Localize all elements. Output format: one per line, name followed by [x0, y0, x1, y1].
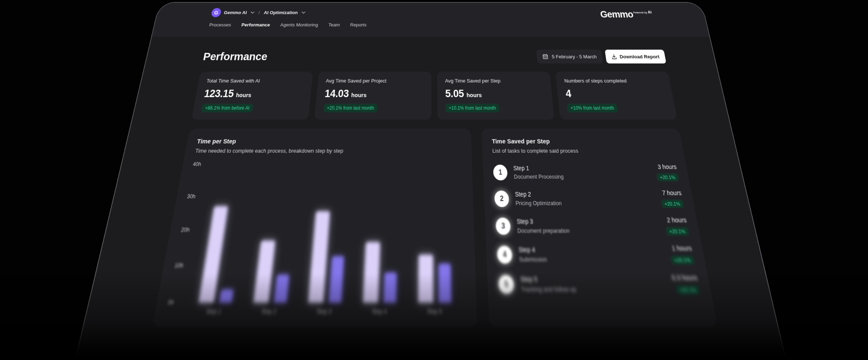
time-per-step-chart-card: Time per Step Time needed to complete ea…: [152, 129, 477, 327]
main-nav: Processes Performance Agents Monitoring …: [209, 22, 655, 27]
steps-list: 1 Step 1 Document Processing 3 hours +20…: [493, 163, 701, 295]
step-title: Step 5: [520, 275, 666, 283]
x-tick-label: Step 5: [414, 308, 455, 315]
step-hours: 7 hours: [659, 189, 682, 196]
stat-unit: hours: [467, 92, 482, 98]
y-tick-label: 0h: [167, 299, 174, 306]
bar-dark: [274, 274, 289, 303]
y-tick-label: 40h: [193, 161, 202, 167]
bar-light: [253, 240, 275, 302]
step-list-item: 1 Step 1 Document Processing 3 hours +20…: [493, 163, 679, 181]
date-range-label: 5 February - 5 March: [552, 54, 597, 59]
nav-item-performance[interactable]: Performance: [241, 22, 270, 27]
mockup-stage: G Gemmo AI / AI Optimization Processes P…: [0, 0, 868, 360]
steps-card-title: Time Saved per Step: [492, 138, 672, 145]
stat-unit: hours: [236, 92, 252, 98]
step-hours: 2 hours: [664, 216, 687, 224]
stats-row: Total Time Saved with AI 123.15 hours +8…: [191, 72, 677, 120]
x-tick-label: Step 1: [192, 308, 235, 315]
stat-card-steps-completed: Numbers of steps completed 4 +10% from l…: [555, 72, 677, 120]
stat-value: 14.03: [324, 88, 349, 100]
bar-dark: [384, 272, 397, 302]
stat-card-total-time-saved: Total Time Saved with AI 123.15 hours +8…: [191, 72, 313, 120]
time-saved-per-step-card: Time Saved per Step List of tasks to com…: [481, 129, 718, 327]
stat-card-avg-per-step: Avg Time Saved per Step 5.05 hours +10.1…: [437, 72, 554, 120]
date-range-picker[interactable]: 5 February - 5 March: [536, 50, 603, 63]
chart-plot-area: [191, 164, 465, 303]
nav-item-team[interactable]: Team: [328, 22, 340, 27]
stat-value: 5.05: [445, 88, 464, 100]
calendar-icon: [542, 54, 548, 59]
main-content: Performance: [83, 50, 778, 327]
stat-change-badge: +86.1% from before AI: [201, 104, 254, 113]
bar-dark: [219, 289, 233, 303]
step-change-badge: +20.1%: [660, 200, 684, 208]
wordmark-text: Gemmo: [599, 10, 634, 19]
download-report-label: Download Report: [619, 54, 660, 59]
steps-card-subtitle: List of tasks to complete said process: [492, 148, 674, 154]
step-change-badge: +20.1%: [670, 255, 695, 264]
y-tick-label: 20h: [180, 227, 190, 233]
x-tick-label: Step 4: [358, 308, 400, 315]
stat-title: Avg Time Saved per Step: [445, 78, 543, 84]
x-tick-label: Step 2: [248, 308, 290, 315]
nav-item-processes[interactable]: Processes: [209, 22, 232, 27]
project-switcher[interactable]: AI Optimization: [263, 10, 298, 15]
nav-item-agents-monitoring[interactable]: Agents Monitoring: [280, 22, 318, 27]
step-hours: 0.3 hours: [671, 273, 698, 282]
stat-value: 123.15: [203, 88, 235, 100]
bar-dark: [438, 264, 451, 303]
step-number-badge: 5: [498, 275, 514, 293]
step-description: Document preparation: [517, 227, 660, 234]
step-list-item: 3 Step 3 Document preparation 2 hours +2…: [495, 216, 689, 235]
bar-chart: 40h30h20h10h0h Step 1Step 2Step 3Step 4S…: [165, 164, 466, 315]
step-description: Submission: [519, 255, 665, 263]
step-change-badge: +20.1%: [656, 173, 679, 181]
step-title: Step 1: [513, 165, 649, 171]
y-tick-label: 10h: [174, 262, 184, 269]
step-title: Step 2: [515, 191, 654, 198]
app-window: G Gemmo AI / AI Optimization Processes P…: [72, 2, 790, 360]
bar-dark: [329, 256, 344, 302]
step-number-badge: 4: [497, 246, 513, 263]
step-number-badge: 1: [493, 165, 508, 180]
step-title: Step 3: [516, 218, 658, 225]
step-change-badge: +20.1%: [675, 285, 701, 295]
bar-light: [308, 211, 330, 302]
step-hours: 3 hours: [654, 163, 677, 170]
stat-title: Avg Time Saved per Project: [326, 78, 423, 84]
breadcrumb-separator: /: [258, 10, 260, 15]
chevron-down-icon[interactable]: [301, 12, 305, 14]
download-report-button[interactable]: Download Report: [605, 50, 667, 63]
tilted-screen: G Gemmo AI / AI Optimization Processes P…: [72, 2, 790, 360]
step-number-badge: 3: [495, 217, 511, 234]
bar-group: [359, 164, 403, 303]
org-switcher[interactable]: Gemmo AI: [223, 10, 247, 15]
chart-title: Time per Step: [196, 138, 461, 145]
chevron-down-icon[interactable]: [251, 12, 255, 14]
powered-by-label: Powered by: [633, 12, 647, 14]
stat-change-badge: +10% from last month: [567, 104, 618, 113]
stat-title: Total Time Saved with AI: [206, 78, 304, 84]
x-tick-label: Step 3: [303, 308, 345, 315]
breadcrumb: G Gemmo AI / AI Optimization: [211, 8, 653, 17]
chart-subtitle: Time needed to complete each process, br…: [195, 148, 462, 154]
gemmo-wordmark: Gemmo Powered by Ai: [599, 10, 653, 19]
stat-value: 4: [565, 88, 572, 100]
stat-change-badge: +20.1% from last month: [323, 104, 377, 113]
stat-unit: hours: [351, 92, 367, 98]
stat-change-badge: +10.1% from last month: [446, 104, 499, 113]
download-icon: [611, 54, 617, 59]
step-change-badge: +20.1%: [665, 227, 689, 235]
step-description: Tracking and follow-up: [521, 285, 668, 293]
step-description: Pricing Optimization: [515, 200, 655, 206]
stat-title: Numbers of steps completed: [564, 78, 662, 84]
nav-item-reports[interactable]: Reports: [350, 22, 367, 27]
bar-light: [198, 206, 228, 303]
step-number-badge: 2: [494, 190, 510, 207]
step-list-item: 5 Step 5 Tracking and follow-up 0.3 hour…: [498, 273, 700, 295]
step-description: Document Processing: [514, 173, 651, 180]
gemmo-logo-icon: G: [211, 8, 222, 17]
step-list-item: 4 Step 4 Submission 1 hours +20.1%: [497, 244, 695, 265]
chart-x-axis: Step 1Step 2Step 3Step 4Step 5: [189, 308, 466, 315]
